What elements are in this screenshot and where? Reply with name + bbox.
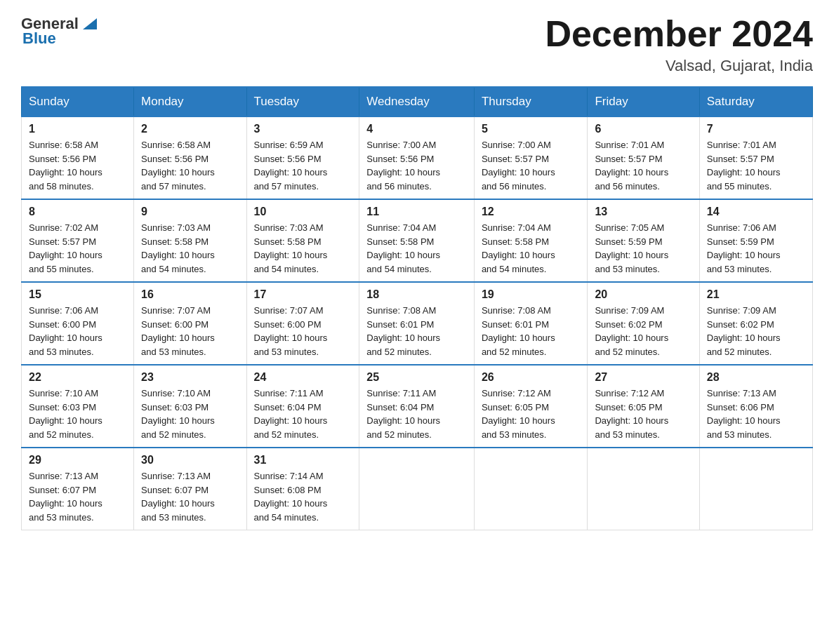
day-info: Sunrise: 7:13 AM Sunset: 6:07 PM Dayligh… (141, 469, 239, 524)
calendar-table: SundayMondayTuesdayWednesdayThursdayFrid… (21, 86, 813, 530)
day-number: 7 (707, 123, 805, 135)
day-info: Sunrise: 6:58 AM Sunset: 5:56 PM Dayligh… (29, 138, 126, 193)
day-info: Sunrise: 6:59 AM Sunset: 5:56 PM Dayligh… (254, 138, 352, 193)
week-row-2: 8Sunrise: 7:02 AM Sunset: 5:57 PM Daylig… (22, 199, 813, 282)
week-row-5: 29Sunrise: 7:13 AM Sunset: 6:07 PM Dayli… (22, 448, 813, 530)
weekday-header-sunday: Sunday (22, 87, 134, 116)
day-cell-4: 4Sunrise: 7:00 AM Sunset: 5:56 PM Daylig… (359, 116, 475, 199)
day-cell-15: 15Sunrise: 7:06 AM Sunset: 6:00 PM Dayli… (22, 282, 134, 365)
day-cell-16: 16Sunrise: 7:07 AM Sunset: 6:00 PM Dayli… (134, 282, 246, 365)
day-number: 6 (595, 123, 691, 135)
weekday-header-thursday: Thursday (474, 87, 588, 116)
day-number: 27 (595, 371, 691, 384)
day-number: 11 (366, 206, 467, 218)
day-info: Sunrise: 7:10 AM Sunset: 6:03 PM Dayligh… (29, 387, 126, 441)
day-number: 14 (707, 206, 805, 218)
day-number: 23 (141, 371, 239, 384)
day-info: Sunrise: 7:07 AM Sunset: 6:00 PM Dayligh… (254, 304, 352, 358)
day-cell-17: 17Sunrise: 7:07 AM Sunset: 6:00 PM Dayli… (246, 282, 359, 365)
day-number: 20 (595, 288, 691, 301)
day-number: 29 (29, 454, 126, 467)
day-number: 3 (254, 123, 352, 135)
day-cell-5: 5Sunrise: 7:00 AM Sunset: 5:57 PM Daylig… (474, 116, 588, 199)
day-info: Sunrise: 7:00 AM Sunset: 5:57 PM Dayligh… (482, 138, 581, 193)
day-info: Sunrise: 7:12 AM Sunset: 6:05 PM Dayligh… (482, 387, 581, 441)
title-block: December 2024 Valsad, Gujarat, India (545, 14, 813, 75)
empty-cell (359, 448, 475, 530)
day-info: Sunrise: 7:06 AM Sunset: 5:59 PM Dayligh… (707, 221, 805, 276)
day-cell-1: 1Sunrise: 6:58 AM Sunset: 5:56 PM Daylig… (22, 116, 134, 199)
weekday-header-friday: Friday (588, 87, 699, 116)
day-cell-19: 19Sunrise: 7:08 AM Sunset: 6:01 PM Dayli… (474, 282, 588, 365)
day-info: Sunrise: 7:05 AM Sunset: 5:59 PM Dayligh… (595, 221, 691, 276)
week-row-3: 15Sunrise: 7:06 AM Sunset: 6:00 PM Dayli… (22, 282, 813, 365)
day-number: 12 (482, 206, 581, 218)
day-info: Sunrise: 7:14 AM Sunset: 6:08 PM Dayligh… (254, 469, 352, 524)
day-number: 10 (254, 206, 352, 218)
day-cell-31: 31Sunrise: 7:14 AM Sunset: 6:08 PM Dayli… (246, 448, 359, 530)
empty-cell (588, 448, 699, 530)
weekday-header-tuesday: Tuesday (246, 87, 359, 116)
day-number: 24 (254, 371, 352, 384)
day-number: 16 (141, 288, 239, 301)
day-number: 19 (482, 288, 581, 301)
day-number: 4 (366, 123, 467, 135)
logo-blue: Blue (22, 29, 56, 48)
day-info: Sunrise: 7:00 AM Sunset: 5:56 PM Dayligh… (366, 138, 467, 193)
week-row-4: 22Sunrise: 7:10 AM Sunset: 6:03 PM Dayli… (22, 365, 813, 448)
day-info: Sunrise: 6:58 AM Sunset: 5:56 PM Dayligh… (141, 138, 239, 193)
weekday-header-monday: Monday (134, 87, 246, 116)
day-cell-14: 14Sunrise: 7:06 AM Sunset: 5:59 PM Dayli… (699, 199, 812, 282)
day-info: Sunrise: 7:09 AM Sunset: 6:02 PM Dayligh… (707, 304, 805, 358)
day-cell-28: 28Sunrise: 7:13 AM Sunset: 6:06 PM Dayli… (699, 365, 812, 448)
day-number: 2 (141, 123, 239, 135)
day-cell-10: 10Sunrise: 7:03 AM Sunset: 5:58 PM Dayli… (246, 199, 359, 282)
day-info: Sunrise: 7:06 AM Sunset: 6:00 PM Dayligh… (29, 304, 126, 358)
day-info: Sunrise: 7:04 AM Sunset: 5:58 PM Dayligh… (482, 221, 581, 276)
day-number: 1 (29, 123, 126, 135)
day-number: 18 (366, 288, 467, 301)
day-cell-27: 27Sunrise: 7:12 AM Sunset: 6:05 PM Dayli… (588, 365, 699, 448)
location: Valsad, Gujarat, India (545, 57, 813, 75)
day-cell-3: 3Sunrise: 6:59 AM Sunset: 5:56 PM Daylig… (246, 116, 359, 199)
day-number: 22 (29, 371, 126, 384)
day-info: Sunrise: 7:11 AM Sunset: 6:04 PM Dayligh… (366, 387, 467, 441)
week-row-1: 1Sunrise: 6:58 AM Sunset: 5:56 PM Daylig… (22, 116, 813, 199)
day-cell-30: 30Sunrise: 7:13 AM Sunset: 6:07 PM Dayli… (134, 448, 246, 530)
day-info: Sunrise: 7:09 AM Sunset: 6:02 PM Dayligh… (595, 304, 691, 358)
day-cell-20: 20Sunrise: 7:09 AM Sunset: 6:02 PM Dayli… (588, 282, 699, 365)
day-number: 28 (707, 371, 805, 384)
day-cell-6: 6Sunrise: 7:01 AM Sunset: 5:57 PM Daylig… (588, 116, 699, 199)
day-cell-22: 22Sunrise: 7:10 AM Sunset: 6:03 PM Dayli… (22, 365, 134, 448)
day-info: Sunrise: 7:11 AM Sunset: 6:04 PM Dayligh… (254, 387, 352, 441)
weekday-header-saturday: Saturday (699, 87, 812, 116)
day-info: Sunrise: 7:13 AM Sunset: 6:06 PM Dayligh… (707, 387, 805, 441)
day-info: Sunrise: 7:04 AM Sunset: 5:58 PM Dayligh… (366, 221, 467, 276)
day-cell-25: 25Sunrise: 7:11 AM Sunset: 6:04 PM Dayli… (359, 365, 475, 448)
day-info: Sunrise: 7:12 AM Sunset: 6:05 PM Dayligh… (595, 387, 691, 441)
svg-marker-0 (83, 18, 97, 29)
day-cell-26: 26Sunrise: 7:12 AM Sunset: 6:05 PM Dayli… (474, 365, 588, 448)
day-info: Sunrise: 7:01 AM Sunset: 5:57 PM Dayligh… (595, 138, 691, 193)
day-info: Sunrise: 7:01 AM Sunset: 5:57 PM Dayligh… (707, 138, 805, 193)
day-cell-12: 12Sunrise: 7:04 AM Sunset: 5:58 PM Dayli… (474, 199, 588, 282)
empty-cell (474, 448, 588, 530)
day-info: Sunrise: 7:02 AM Sunset: 5:57 PM Dayligh… (29, 221, 126, 276)
day-number: 30 (141, 454, 239, 467)
day-cell-24: 24Sunrise: 7:11 AM Sunset: 6:04 PM Dayli… (246, 365, 359, 448)
logo-triangle-icon (80, 14, 100, 34)
day-number: 13 (595, 206, 691, 218)
day-info: Sunrise: 7:13 AM Sunset: 6:07 PM Dayligh… (29, 469, 126, 524)
logo: General Blue (21, 14, 100, 48)
day-number: 21 (707, 288, 805, 301)
day-info: Sunrise: 7:03 AM Sunset: 5:58 PM Dayligh… (141, 221, 239, 276)
day-cell-9: 9Sunrise: 7:03 AM Sunset: 5:58 PM Daylig… (134, 199, 246, 282)
weekday-header-row: SundayMondayTuesdayWednesdayThursdayFrid… (22, 87, 813, 116)
day-cell-18: 18Sunrise: 7:08 AM Sunset: 6:01 PM Dayli… (359, 282, 475, 365)
month-title: December 2024 (545, 14, 813, 54)
day-cell-13: 13Sunrise: 7:05 AM Sunset: 5:59 PM Dayli… (588, 199, 699, 282)
day-info: Sunrise: 7:08 AM Sunset: 6:01 PM Dayligh… (482, 304, 581, 358)
weekday-header-wednesday: Wednesday (359, 87, 475, 116)
day-number: 31 (254, 454, 352, 467)
empty-cell (699, 448, 812, 530)
